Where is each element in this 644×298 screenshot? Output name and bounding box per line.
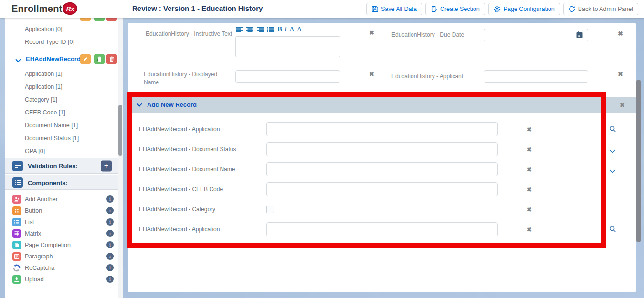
calendar-icon[interactable]: [576, 31, 583, 41]
info-icon[interactable]: i: [106, 264, 114, 271]
copy-button[interactable]: [94, 54, 105, 64]
sidebar-item-ceeb-code[interactable]: CEEB Code [1]: [5, 106, 118, 119]
remove-icon[interactable]: ✖: [527, 226, 532, 233]
component-list[interactable]: List i: [5, 216, 118, 228]
header-actions: Save All Data Create Section Page Config…: [366, 3, 638, 15]
chevron-down-icon[interactable]: [609, 167, 616, 175]
paragraph-icon: [12, 252, 21, 261]
info-icon[interactable]: i: [106, 195, 114, 203]
edit-button-clipped[interactable]: [80, 18, 91, 21]
align-right-icon[interactable]: [256, 26, 264, 33]
remove-icon[interactable]: ✖: [369, 30, 374, 36]
sidebar-item-application-1a[interactable]: Application [1]: [5, 68, 118, 81]
search-icon[interactable]: [609, 125, 616, 134]
richtext-toolbar: B I A A: [235, 26, 302, 33]
page-title: Review : Version 1 - Education History: [132, 4, 263, 12]
create-section-button[interactable]: Create Section: [425, 3, 485, 15]
save-all-data-button[interactable]: Save All Data: [366, 3, 422, 15]
info-icon[interactable]: i: [106, 218, 114, 226]
remove-icon[interactable]: ✖: [527, 186, 532, 193]
font-underline-icon[interactable]: A: [297, 26, 302, 33]
matrix-icon: [12, 229, 21, 238]
sidebar-group-ehaddnewrecord: EHAddNewRecord: [5, 52, 118, 67]
sidebar-item-document-name[interactable]: Document Name [1]: [5, 119, 118, 132]
remove-icon[interactable]: ✖: [527, 166, 532, 173]
sidebar-scrollbar-thumb[interactable]: [118, 105, 122, 156]
displayed-name-input[interactable]: [235, 70, 340, 83]
button-icon: [12, 206, 21, 215]
component-paragraph[interactable]: Paragraph i: [5, 251, 118, 262]
create-section-label: Create Section: [440, 6, 480, 12]
copy-button-clipped[interactable]: [94, 18, 105, 21]
field-row-document-status: EHAddNewRecord - Document Status ✖: [128, 139, 636, 159]
logo-rx-icon: Rx: [63, 2, 77, 15]
sidebar-item-application-0[interactable]: Application [0]: [5, 23, 118, 36]
bold-icon[interactable]: B: [277, 26, 282, 33]
sidebar-item-record-type-id[interactable]: Record Type ID [0]: [5, 36, 118, 49]
chevron-down-icon[interactable]: [15, 57, 21, 62]
delete-button-clipped[interactable]: [106, 18, 117, 21]
search-icon[interactable]: [609, 226, 616, 235]
delete-button[interactable]: [106, 54, 117, 64]
info-icon[interactable]: i: [106, 276, 114, 283]
application-lookup-input[interactable]: [266, 122, 498, 136]
document-name-select[interactable]: [266, 162, 498, 176]
remove-icon[interactable]: ✖: [527, 146, 532, 153]
component-upload[interactable]: Upload i: [5, 274, 118, 285]
edit-button[interactable]: [80, 54, 91, 64]
field-label: EHAddNewRecord - CEEB Code: [139, 186, 223, 193]
remove-icon[interactable]: ✖: [369, 71, 374, 77]
category-checkbox[interactable]: [266, 206, 274, 213]
align-left-icon[interactable]: [235, 26, 243, 33]
component-label: Page Completion: [25, 242, 71, 248]
back-to-admin-panel-button[interactable]: Back to Admin Panel: [563, 3, 638, 15]
sidebar-item-document-status[interactable]: Document Status [1]: [5, 132, 118, 145]
sidebar-scrollbar[interactable]: [118, 18, 123, 298]
sidebar-item-category[interactable]: Category [1]: [5, 93, 118, 106]
info-icon[interactable]: i: [106, 253, 114, 260]
document-status-select[interactable]: [266, 142, 498, 156]
components-header: Components:: [5, 175, 118, 190]
remove-icon[interactable]: ✖: [618, 31, 623, 37]
info-icon[interactable]: i: [106, 241, 114, 248]
applicant-input[interactable]: [484, 70, 588, 83]
align-center-icon[interactable]: [246, 26, 254, 33]
add-new-record-section-header[interactable]: Add New Record ✖: [128, 97, 636, 113]
chevron-down-icon[interactable]: [137, 101, 142, 106]
create-section-icon: [431, 6, 437, 12]
list-ordered-icon[interactable]: [267, 26, 275, 33]
application-lookup-input[interactable]: [266, 222, 498, 236]
info-icon[interactable]: i: [106, 230, 114, 237]
page-configuration-button[interactable]: Page Configuration: [488, 3, 560, 15]
sidebar-item-gpa[interactable]: GPA [0]: [5, 145, 118, 158]
add-validation-rule-button[interactable]: +: [101, 160, 112, 171]
main-scrollbar-thumb[interactable]: [636, 80, 641, 242]
upload-icon: [12, 275, 21, 284]
sidebar-group-label[interactable]: EHAddNewRecord: [26, 55, 81, 62]
remove-icon[interactable]: ✖: [527, 126, 532, 133]
component-label: Add Another: [25, 196, 58, 203]
instructive-text-area[interactable]: [235, 36, 340, 57]
back-to-admin-panel-label: Back to Admin Panel: [578, 6, 633, 12]
remove-icon[interactable]: ✖: [527, 206, 532, 213]
info-icon[interactable]: i: [106, 207, 114, 214]
sidebar-item-application-1b[interactable]: Application [1]: [5, 81, 118, 93]
remove-section-icon[interactable]: ✖: [620, 102, 625, 108]
chevron-down-icon[interactable]: [609, 147, 616, 155]
due-date-input[interactable]: [484, 29, 588, 41]
component-matrix[interactable]: Matrix i: [5, 228, 118, 239]
font-icon[interactable]: A: [289, 26, 295, 33]
component-recaptcha[interactable]: ReCaptcha i: [5, 262, 118, 274]
component-button[interactable]: Button i: [5, 205, 118, 216]
component-page-completion[interactable]: Page Completion i: [5, 239, 118, 251]
component-label: Upload: [25, 276, 44, 283]
sidebar: Application [0] Record Type ID [0] EHAdd…: [5, 18, 118, 298]
field-label: EHAddNewRecord - Document Name: [139, 166, 235, 173]
component-add-another[interactable]: Add Another i: [5, 194, 118, 205]
remove-icon[interactable]: ✖: [618, 71, 623, 77]
components-label: Components:: [28, 179, 68, 186]
list-icon: [12, 218, 21, 226]
component-label: Paragraph: [25, 253, 53, 260]
italic-icon[interactable]: I: [285, 26, 287, 33]
ceeb-code-input[interactable]: [266, 182, 498, 196]
